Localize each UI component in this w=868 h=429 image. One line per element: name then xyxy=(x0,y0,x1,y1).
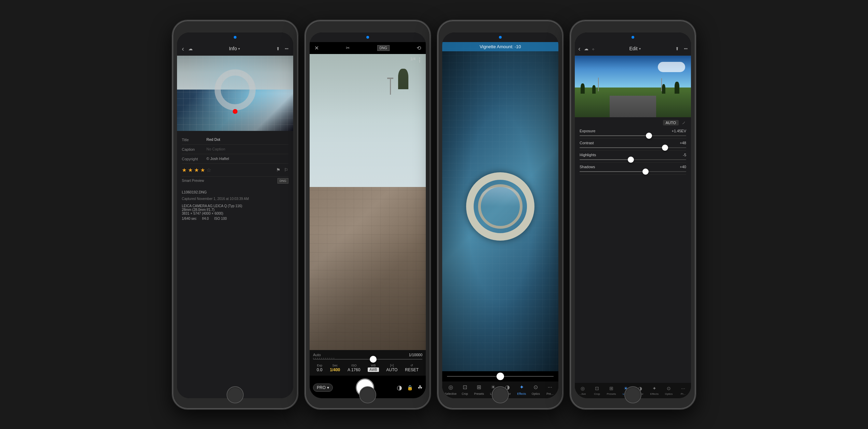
selective-label-3: Selective xyxy=(445,392,457,396)
vignette-slider[interactable] xyxy=(447,376,554,377)
contrast-slider[interactable] xyxy=(580,147,686,148)
crop-icon-3: ⊡ xyxy=(461,384,469,391)
share-icon[interactable]: ⬆ xyxy=(276,46,280,51)
info-title[interactable]: Info ▾ xyxy=(229,46,240,51)
tag-icon[interactable]: ⚐ xyxy=(284,167,288,173)
highlights-slider[interactable] xyxy=(580,159,686,160)
edit-more-icon[interactable]: ••• xyxy=(684,47,688,51)
more-icon[interactable]: ••• xyxy=(285,47,288,51)
camera-name: LEICA CAMERA AG LEICA Q (Typ 116) xyxy=(182,204,288,208)
more-label-3: Pre... xyxy=(546,392,553,396)
toolbar-crop-3[interactable]: ⊡ Crop xyxy=(459,384,471,396)
edit-road xyxy=(610,96,656,117)
exif-row: 1/640 sec f/4.0 ISO 100 xyxy=(182,217,288,220)
lens-name: 28mm (28.0mm f/1.7) xyxy=(182,208,288,212)
shadows-thumb[interactable] xyxy=(642,169,649,175)
toolbar-selective-3[interactable]: ◎ Selective xyxy=(445,384,457,396)
shadows-slider[interactable] xyxy=(580,171,686,172)
highlights-name: Highlights xyxy=(580,153,596,157)
wb-param[interactable]: WB AWB xyxy=(368,364,379,372)
toolbar-effects-3[interactable]: ✦ Effects xyxy=(515,384,528,396)
exp-param[interactable]: Exp 0.0 xyxy=(317,364,323,372)
photo-thumbnail xyxy=(177,56,293,131)
contrast-row: Contrast +48 xyxy=(580,139,686,151)
home-button-4[interactable] xyxy=(624,386,641,403)
flag-icon[interactable]: ⚑ xyxy=(276,167,281,173)
toolbar-presets-3[interactable]: ⊞ Presets xyxy=(473,384,485,396)
wb-value: AWB xyxy=(368,367,379,372)
viewfinder-more[interactable] xyxy=(417,57,422,63)
edit-trim-icon[interactable]: ⬦ xyxy=(592,46,595,51)
exposure-slider-4[interactable] xyxy=(580,135,686,136)
half-moon-icon[interactable]: ◑ xyxy=(397,384,402,391)
status-dot-1 xyxy=(234,36,236,39)
iso-value: ISO 100 xyxy=(214,217,227,220)
toolbar-more-4[interactable]: ··· Pr... xyxy=(678,385,689,396)
exposure-slider[interactable] xyxy=(313,359,422,360)
camera-header: ✕ ✂ DNG ⟲ xyxy=(310,42,426,54)
meta-section: L1060192.DNG Captured November 1, 2016 a… xyxy=(182,186,288,220)
exposure-thumb[interactable] xyxy=(370,356,377,363)
back-button[interactable] xyxy=(182,45,184,53)
camera-viewfinder: 1/4 xyxy=(310,54,426,350)
highlights-value: -5 xyxy=(683,153,686,157)
curve-icon[interactable]: ⟋ xyxy=(681,120,686,125)
status-bar-2 xyxy=(310,32,426,42)
copyright-label: Copyright xyxy=(182,157,206,161)
edit-header-left: ‹ ☁ ⬦ xyxy=(578,45,595,53)
pro-chevron: ▾ xyxy=(327,385,329,390)
smart-preview-row: Smart Preview DNG xyxy=(182,177,288,185)
status-dot-3 xyxy=(499,36,502,39)
home-button-1[interactable] xyxy=(227,386,244,403)
cloud-icon[interactable]: ☁ xyxy=(188,46,193,51)
iso-param[interactable]: ISO A 1760 xyxy=(348,364,360,372)
toolbar-selective-4[interactable]: ◎ ...tive xyxy=(577,385,588,396)
plus-param[interactable]: [+] AUTO xyxy=(386,364,397,372)
edit-title[interactable]: Edit ▾ xyxy=(629,46,641,51)
shadows-fill xyxy=(580,171,646,172)
highlights-thumb[interactable] xyxy=(628,157,634,163)
toolbar-optics-4[interactable]: ⊙ Optics xyxy=(663,385,674,396)
contrast-thumb[interactable] xyxy=(662,145,668,151)
pro-label: PRO xyxy=(317,385,326,390)
edit-sky xyxy=(575,56,691,90)
edit-header: ‹ ☁ ⬦ Edit ▾ ⬆ ••• xyxy=(575,42,691,56)
pro-button[interactable]: PRO ▾ xyxy=(313,384,333,392)
info-title-chevron: ▾ xyxy=(238,47,240,51)
camera-controls: Auto 1/10000 Exp xyxy=(310,350,426,376)
flip-camera-icon[interactable]: ⟲ xyxy=(417,45,421,51)
auto-button[interactable]: AUTO xyxy=(663,120,679,125)
toolbar-presets-4[interactable]: ⊞ Presets xyxy=(606,385,617,396)
home-button-2[interactable] xyxy=(359,386,376,403)
filename-row: L1060192.DNG xyxy=(182,189,288,195)
leaf-icon[interactable]: ☘ xyxy=(418,384,422,391)
phone-2-screen: ✕ ✂ DNG ⟲ 1/4 xyxy=(310,32,426,398)
star-rating[interactable]: ★ ★ ★ ★ ☆ xyxy=(182,167,211,173)
tree-2 xyxy=(592,85,596,94)
reset-param[interactable]: ↺ RESET xyxy=(405,364,419,372)
presets-icon-4: ⊞ xyxy=(608,385,615,392)
toolbar-crop-4[interactable]: ⊡ Crop xyxy=(592,385,602,396)
shadows-value: +40 xyxy=(680,165,686,169)
sec-value: 1/400 xyxy=(330,367,340,372)
toolbar-more-3[interactable]: ··· Pre... xyxy=(544,384,556,396)
scissors-icon[interactable]: ✂ xyxy=(346,45,350,51)
close-button[interactable]: ✕ xyxy=(314,45,319,51)
lock-icon[interactable]: 🔒 xyxy=(407,385,413,390)
phone-2: ✕ ✂ DNG ⟲ 1/4 xyxy=(304,20,431,410)
edit-back-button[interactable]: ‹ xyxy=(578,45,581,53)
toolbar-effects-4[interactable]: ✦ Effects xyxy=(649,385,660,396)
edit-photo xyxy=(575,56,691,117)
home-button-3[interactable] xyxy=(492,386,509,403)
sec-param[interactable]: Sec 1/400 xyxy=(330,364,340,372)
caption-value[interactable]: No Caption xyxy=(206,147,288,151)
edit-title-chevron: ▾ xyxy=(639,47,641,51)
vf-overlay xyxy=(310,54,426,350)
title-value[interactable]: Red Dot xyxy=(206,137,288,142)
exposure-thumb-4[interactable] xyxy=(646,133,652,139)
edit-share-icon[interactable]: ⬆ xyxy=(675,46,679,51)
toolbar-optics-3[interactable]: ⊙ Optics xyxy=(530,384,542,396)
vignette-thumb[interactable] xyxy=(497,373,504,380)
edit-cloud-icon[interactable]: ☁ xyxy=(584,46,588,51)
copyright-value[interactable]: © Josh Haftel xyxy=(206,157,288,161)
